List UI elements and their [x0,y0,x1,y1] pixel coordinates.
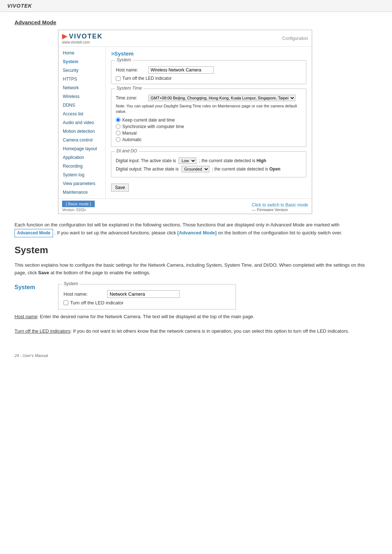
system-section-body: This section explains how to configure t… [15,262,377,277]
config-body: Home System Security HTTPS Network Wirel… [58,47,312,198]
do-prefix: Digital output: The active state is [116,167,179,172]
config-page-title: >System [111,50,306,57]
config-header: ▶VIVOTEK www.vivotek.com Configuration [58,30,312,47]
note-text: Note: You can upload your Daylight Savin… [116,103,302,115]
advanced-mode-heading: Advanced Mode [15,19,377,25]
timezone-row: Time zone: GMT+08:00 Beijing, Chongqing,… [116,95,302,101]
config-footer-left: [ Basic mode ] Version: 0102c [62,201,95,212]
di-suffix: ; the current state detected is [199,158,256,163]
sys-led-label: Turn off the LED indicator [70,300,123,305]
led-desc-label: Turn off the LED indicators [15,328,70,334]
sidebar-item-ddns[interactable]: DDNS [58,101,105,110]
config-main: >System System Host name: Turn off the L… [106,47,312,198]
vivotek-brand: ▶VIVOTEK www.vivotek.com [62,32,103,44]
sidebar-item-recording[interactable]: Recording [58,162,105,171]
firmware-version-text: — Firmware Version [252,208,288,212]
top-bar: VIVOTEK [0,0,392,12]
di-detected-value: High [257,158,266,163]
config-footer: [ Basic mode ] Version: 0102c Click to s… [58,198,312,214]
body-para1-text3: on the bottom of the configuration list … [218,230,343,235]
sys-host-label: Host name: [64,291,107,297]
sidebar-item-motion-detection[interactable]: Motion detection [58,127,105,136]
host-name-row: Host name: [116,66,302,74]
sidebar-item-system[interactable]: System [58,57,105,66]
sidebar-item-view-parameters[interactable]: View parameters [58,179,105,188]
timezone-label: Time zone: [116,95,148,100]
di-active-select[interactable]: Low [179,157,196,164]
radio-manual: Manual [116,131,302,136]
sidebar-item-maintenance[interactable]: Maintenance [58,188,105,197]
sidebar-item-home[interactable]: Home [58,49,105,57]
advanced-mode-link[interactable]: [Advanced Mode] [177,230,217,235]
sys-host-row: Host name: [64,290,230,298]
di-do-legend: DI and DO [115,148,139,153]
host-name-desc-label: Host name [15,314,37,319]
radio-keep-current-input[interactable] [116,118,121,122]
page-content: Advanced Mode ▶VIVOTEK www.vivotek.com C… [0,12,392,350]
digital-output-row: Digital output: The active state is Grou… [116,166,302,172]
host-name-input[interactable] [148,66,214,74]
sidebar-item-camera-control[interactable]: Camera control [58,136,105,144]
config-panel: ▶VIVOTEK www.vivotek.com Configuration H… [58,30,312,214]
sidebar-item-network[interactable]: Network [58,83,105,92]
host-name-desc-text: : Enter the desired name for the Network… [37,314,254,319]
version-text: Version: 0102c [62,208,95,212]
sys-host-input[interactable] [107,290,180,298]
system-legend: System [115,57,132,62]
sidebar-item-access-list[interactable]: Access list [58,110,105,118]
di-prefix: Digital input: The active state is [116,158,176,163]
radio-keep-current-label: Keep current date and time [122,118,175,123]
sidebar-item-audio-video[interactable]: Audio and video [58,118,105,127]
advanced-mode-badge: Advanced Mode [15,229,53,237]
system-subsection-heading: System [15,284,58,291]
digital-input-row: Digital input: The active state is Low ;… [116,157,302,164]
host-name-label: Host name: [116,67,148,73]
body-para1-text2: . If you want to set up the advanced fun… [54,230,176,235]
sidebar-item-system-log[interactable]: System log [58,171,105,179]
sys-led-row: Turn off the LED indicator [64,300,230,305]
radio-sync-computer: Synchronize with computer time [116,124,302,129]
radio-automatic-label: Automatic [122,137,142,142]
sys-led-checkbox[interactable] [64,300,68,305]
vivotek-icon: ▶ [62,33,68,40]
led-checkbox[interactable] [116,76,121,81]
sidebar-item-homepage-layout[interactable]: Homepage layout [58,144,105,153]
brand-url: www.vivotek.com [62,40,103,44]
led-desc-text: : If you do not want to let others know … [70,328,349,334]
system-time-legend: System Time [115,86,143,91]
led-checkbox-row: Turn off the LED indicator [116,76,302,81]
radio-automatic: Automatic [116,137,302,142]
sys-group-legend: System [62,281,79,286]
system-section-title: System [15,245,377,256]
page-footer: 24 - User's Manual [0,350,392,361]
save-button[interactable]: Save [111,184,129,192]
di-do-fieldset: DI and DO Digital input: The active stat… [111,151,306,177]
brand-logo-text: ▶VIVOTEK [62,32,103,40]
timezone-select[interactable]: GMT+08:00 Beijing, Chongqing, Hong Kong,… [148,95,295,101]
led-label: Turn off the LED indicator [122,76,172,81]
sidebar-item-https[interactable]: HTTPS [58,75,105,83]
system-fieldset: System Host name: Turn off the LED indic… [111,60,306,84]
sidebar-item-wireless[interactable]: Wireless [58,92,105,101]
do-active-select[interactable]: Grounded [181,166,209,172]
led-desc-para: Turn off the LED indicators: If you do n… [15,328,377,335]
radio-sync-computer-label: Synchronize with computer time [122,124,184,129]
switch-to-basic-text: Click to switch to Basic mode [252,202,308,208]
config-label: Configuration [282,36,308,41]
radio-manual-input[interactable] [116,131,121,135]
system-time-fieldset: System Time Time zone: GMT+08:00 Beijing… [111,89,306,147]
radio-automatic-input[interactable] [116,137,121,142]
body-paragraph-1: Each function on the configuration list … [15,221,377,237]
system-body-text2: at the bottom of the page to enable the … [50,270,150,275]
system-save-bold: Save [38,270,49,275]
sidebar-item-application[interactable]: Application [58,153,105,162]
body-para1-text1: Each function on the configuration list … [15,222,339,227]
host-name-desc-para: Host name: Enter the desired name for th… [15,313,377,321]
sidebar-item-security[interactable]: Security [58,66,105,75]
radio-keep-current: Keep current date and time [116,118,302,123]
do-detected-value: Open [269,167,281,172]
radio-sync-computer-input[interactable] [116,124,121,129]
vivotek-logo: VIVOTEK [7,3,32,9]
basic-mode-button[interactable]: [ Basic mode ] [62,201,95,207]
radio-manual-label: Manual [122,131,136,136]
